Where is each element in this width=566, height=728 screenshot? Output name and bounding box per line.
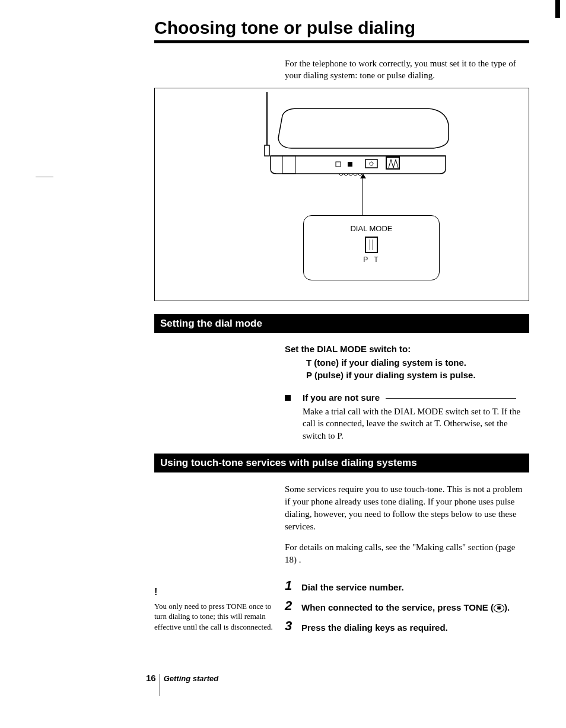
scan-artifact [36, 177, 53, 177]
attention-icon: ! [154, 586, 273, 599]
svg-rect-6 [365, 159, 377, 168]
page-number: 16 [146, 673, 160, 683]
phone-base-icon [250, 92, 451, 181]
dial-mode-label: DIAL MODE [304, 224, 439, 233]
step-text: Press the dialing keys as required. [301, 620, 448, 634]
side-note-text: You only need to press TONE once to turn… [154, 601, 273, 633]
page-footer: 16Getting started [146, 673, 218, 696]
svg-rect-5 [348, 162, 352, 167]
step-number: 1 [285, 579, 301, 592]
step-number: 2 [285, 599, 301, 612]
star-key-icon: ✱ [494, 604, 504, 612]
footer-section: Getting started [160, 674, 218, 696]
option-pulse: P (pulse) if your dialing system is puls… [306, 369, 529, 382]
title-rule-thin [386, 398, 516, 399]
dial-mode-diagram: DIAL MODE PT [154, 88, 529, 301]
page-edge-mark [555, 0, 560, 18]
step-3: 3 Press the dialing keys as required. [285, 620, 529, 634]
touch-tone-para-2: For details on making calls, see the "Ma… [285, 541, 529, 566]
step-number: 3 [285, 620, 301, 633]
set-switch-heading: Set the DIAL MODE switch to: [285, 344, 529, 354]
option-tone: T (tone) if your dialing system is tone. [306, 356, 529, 369]
title-rule [154, 40, 529, 43]
svg-rect-3 [282, 156, 295, 174]
dial-mode-callout: DIAL MODE PT [303, 215, 440, 280]
step-text: When connected to the service, press TON… [301, 599, 510, 614]
dial-mode-switch-icon [365, 237, 378, 253]
dial-mode-pt-labels: PT [309, 256, 439, 264]
callout-line [363, 175, 363, 215]
svg-rect-1 [265, 145, 269, 156]
svg-rect-4 [336, 162, 341, 167]
callout-arrow-icon [360, 174, 366, 178]
side-note: ! You only need to press TONE once to tu… [154, 586, 273, 632]
svg-rect-8 [386, 157, 399, 169]
intro-paragraph: For the telephone to work correctly, you… [285, 58, 529, 82]
step-2: 2 When connected to the service, press T… [285, 599, 529, 614]
square-bullet-icon [285, 395, 291, 401]
section-bar-touch-tone: Using touch-tone services with pulse dia… [154, 454, 529, 472]
step-1: 1 Dial the service number. [285, 579, 529, 593]
page-title: Choosing tone or pulse dialing [154, 18, 529, 38]
section-bar-setting-dial-mode: Setting the dial mode [154, 314, 529, 333]
steps-list: 1 Dial the service number. 2 When connec… [285, 579, 529, 634]
step-text: Dial the service number. [301, 579, 404, 593]
if-not-sure-title: If you are not sure [303, 392, 380, 403]
if-not-sure-body: Make a trial call with the DIAL MODE swi… [303, 405, 529, 442]
touch-tone-para-1: Some services require you to use touch-t… [285, 483, 529, 533]
svg-point-7 [370, 162, 373, 165]
